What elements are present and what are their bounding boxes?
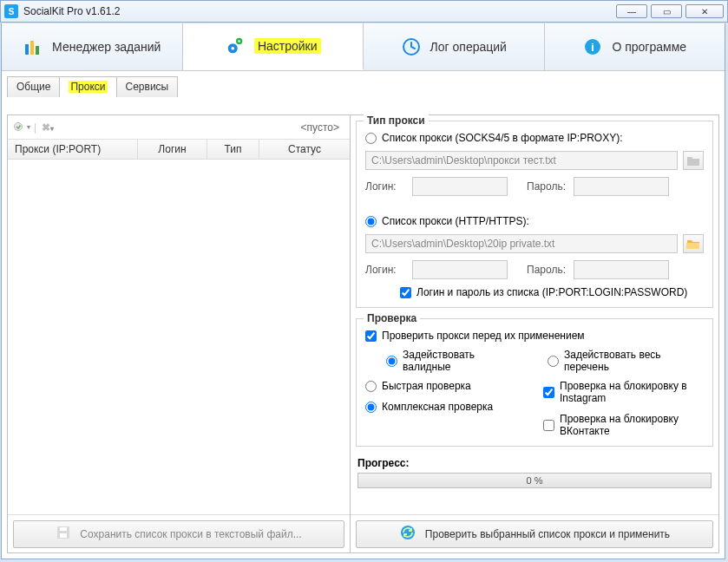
svg-rect-0 [25, 44, 29, 55]
svg-rect-14 [686, 243, 699, 249]
settings-proxy-panel: ▾ | ✖▾ <пусто> Прокси (IP:PORT) Логин Ти… [7, 114, 719, 553]
clock-icon [401, 36, 422, 57]
svg-point-6 [231, 47, 234, 50]
save-list-button[interactable]: Сохранить список прокси в текстовый файл… [13, 520, 344, 548]
subtab-proxy[interactable]: Прокси [59, 76, 116, 97]
svg-rect-1 [30, 41, 34, 55]
check-vk-input[interactable] [543, 420, 554, 431]
group-check: Проверка Проверить прокси перед их приме… [356, 318, 713, 447]
info-icon: i [582, 36, 603, 57]
subtab-services[interactable]: Сервисы [116, 76, 179, 97]
http-browse-button[interactable] [683, 234, 704, 253]
chevron-down-icon: ▾ [27, 123, 30, 131]
main-tabstrip: Менеджер заданий Настройки Лог операций … [2, 23, 725, 71]
check-instagram[interactable]: Проверка на блокировку в Instagram [543, 380, 704, 404]
radio-complex-check-label: Комплексная проверка [382, 401, 493, 413]
creds-from-list-label: Логин и пароль из списка (IP:PORT:LOGIN:… [416, 286, 687, 298]
col-status[interactable]: Статус [259, 140, 350, 159]
socks-browse-button[interactable] [683, 151, 704, 170]
col-login[interactable]: Логин [138, 140, 207, 159]
tab-log[interactable]: Лог операций [364, 23, 545, 70]
proxy-list-toolbar: ▾ | ✖▾ <пусто> [8, 115, 350, 140]
filter-dropdown[interactable]: ▾ [13, 121, 30, 134]
close-button[interactable]: ✕ [685, 4, 724, 18]
check-before-label: Проверить прокси перед их применением [382, 330, 585, 342]
check-instagram-label: Проверка на блокировку в Instagram [560, 380, 704, 404]
tab-about[interactable]: i О программе [545, 23, 725, 70]
proxy-list-pane: ▾ | ✖▾ <пусто> Прокси (IP:PORT) Логин Ти… [8, 115, 351, 552]
radio-fast-check[interactable]: Быстрая проверка [365, 380, 526, 392]
group-proxy-type: Тип прокси Список прокси (SOCKS4/5 в фор… [356, 121, 713, 308]
app-icon: S [4, 4, 18, 18]
check-vk-label: Проверка на блокировку ВКонтакте [560, 413, 704, 437]
svg-point-4 [238, 40, 239, 42]
radio-use-valid-input[interactable] [386, 356, 397, 367]
radio-fast-check-input[interactable] [365, 381, 377, 392]
proxy-table-body [8, 160, 350, 514]
titlebar: S SocialKit Pro v1.61.2 — ▭ ✕ [0, 0, 728, 23]
save-list-label: Сохранить список прокси в текстовый файл… [80, 528, 301, 540]
delete-button[interactable]: ✖▾ [42, 121, 54, 134]
radio-complex-check[interactable]: Комплексная проверка [365, 401, 526, 413]
check-vk[interactable]: Проверка на блокировку ВКонтакте [543, 413, 704, 437]
socks-path-field[interactable] [365, 151, 678, 170]
bars-icon [23, 36, 43, 57]
tab-settings-label: Настройки [254, 38, 321, 54]
radio-socks-label: Список прокси (SOCKS4/5 в формате IP:PRO… [382, 132, 623, 144]
check-before-row[interactable]: Проверить прокси перед их применением [365, 330, 704, 342]
radio-http[interactable]: Список прокси (HTTP/HTTPS): [365, 215, 704, 227]
tab-tasks-label: Менеджер заданий [52, 40, 161, 54]
svg-rect-12 [60, 527, 67, 531]
progress-section: Прогресс: 0 % [357, 457, 712, 488]
group-proxy-type-legend: Тип прокси [364, 114, 429, 127]
col-ipport[interactable]: Прокси (IP:PORT) [8, 140, 138, 159]
apply-button[interactable]: Проверить выбранный список прокси и прим… [356, 520, 713, 548]
progress-text: 0 % [527, 475, 543, 486]
tab-settings[interactable]: Настройки [183, 23, 364, 70]
socks-password-label: Пароль: [527, 180, 568, 193]
socks-password-field[interactable] [574, 177, 669, 196]
progress-bar: 0 % [357, 473, 712, 488]
svg-rect-13 [60, 533, 67, 538]
col-type[interactable]: Тип [207, 140, 259, 159]
svg-rect-2 [36, 46, 39, 55]
proxy-config-pane: Тип прокси Список прокси (SOCKS4/5 в фор… [351, 115, 718, 552]
subtab-general[interactable]: Общие [7, 76, 60, 97]
radio-use-valid[interactable]: Задействовать валидные [386, 349, 521, 373]
apply-button-label: Проверить выбранный список прокси и прим… [425, 528, 670, 540]
radio-complex-check-input[interactable] [365, 402, 377, 413]
progress-label: Прогресс: [357, 457, 409, 469]
radio-fast-check-label: Быстрая проверка [382, 380, 471, 392]
svg-point-10 [15, 122, 23, 130]
radio-http-label: Список прокси (HTTP/HTTPS): [382, 215, 529, 227]
http-path-field[interactable] [365, 234, 678, 253]
radio-socks-input[interactable] [365, 133, 377, 144]
group-check-legend: Проверка [364, 312, 420, 324]
check-instagram-input[interactable] [543, 387, 554, 398]
creds-from-list-checkbox[interactable] [400, 287, 411, 298]
http-password-field[interactable] [574, 260, 669, 279]
check-before-checkbox[interactable] [365, 330, 377, 342]
http-login-label: Логин: [365, 264, 407, 276]
radio-use-all[interactable]: Задействовать весь перечень [548, 349, 704, 373]
svg-text:i: i [592, 41, 595, 54]
window-title: SocialKit Pro v1.61.2 [23, 5, 120, 17]
http-password-label: Пароль: [527, 264, 568, 276]
radio-use-valid-label: Задействовать валидные [403, 349, 521, 373]
radio-use-all-input[interactable] [548, 356, 559, 367]
list-empty-label: <пусто> [301, 121, 344, 134]
radio-http-input[interactable] [365, 216, 377, 227]
save-icon [56, 525, 71, 543]
maximize-button[interactable]: ▭ [651, 4, 682, 18]
http-login-field[interactable] [412, 260, 508, 279]
gears-icon [225, 36, 246, 56]
socks-login-field[interactable] [412, 177, 508, 196]
app-shell: Менеджер заданий Настройки Лог операций … [1, 23, 725, 559]
radio-socks[interactable]: Список прокси (SOCKS4/5 в формате IP:PRO… [365, 132, 704, 144]
tab-tasks[interactable]: Менеджер заданий [2, 23, 183, 70]
tab-log-label: Лог операций [430, 40, 507, 54]
minimize-button[interactable]: — [616, 4, 647, 18]
globe-refresh-icon [399, 524, 416, 544]
radio-use-all-label: Задействовать весь перечень [564, 349, 704, 373]
sub-tabstrip: Общие Прокси Сервисы [2, 71, 725, 97]
